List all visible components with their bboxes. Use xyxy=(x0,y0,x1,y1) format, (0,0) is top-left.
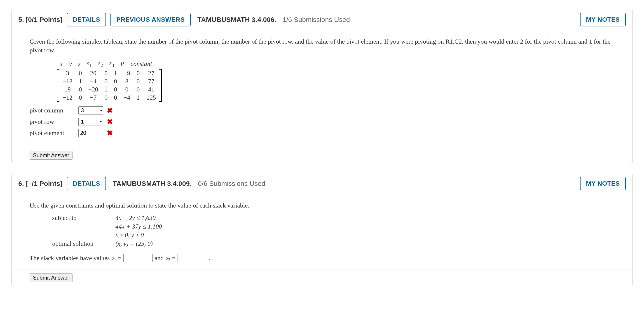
previous-answers-button[interactable]: PREVIOUS ANSWERS xyxy=(110,13,191,26)
question-5-header: 5. [0/1 Points] DETAILS PREVIOUS ANSWERS… xyxy=(12,9,632,30)
pivot-row-label: pivot row xyxy=(30,118,75,125)
constraints: subject to 4x + 2y ≤ 1,630 44x + 37y ≤ 1… xyxy=(52,214,614,247)
simplex-tableau: x y z s1 s2 s3 P constant 302001−9027 xyxy=(57,59,162,102)
slack-variables-line: The slack variables have values s1 = and… xyxy=(30,254,614,262)
s2-input[interactable] xyxy=(178,254,207,262)
submit-answer-button[interactable]: Submit Answer xyxy=(30,274,72,282)
incorrect-icon: ✖ xyxy=(107,129,113,137)
question-5-body: Given the following simplex tableau, sta… xyxy=(12,30,632,147)
pivot-element-input[interactable] xyxy=(78,129,103,137)
pivot-row-select[interactable]: 1 xyxy=(78,118,103,126)
optimal-solution: (x, y) = (25, 0) xyxy=(116,240,153,247)
question-6-footer: Submit Answer xyxy=(12,269,632,286)
question-6-header: 6. [–/1 Points] DETAILS TAMUBUSMATH 3.4.… xyxy=(12,173,632,194)
optimal-solution-label: optimal solution xyxy=(52,240,102,247)
submit-answer-button[interactable]: Submit Answer xyxy=(30,151,72,160)
pivot-element-label: pivot element xyxy=(30,130,75,137)
question-5-footer: Submit Answer xyxy=(12,147,632,164)
submissions-used: 0/6 Submissions Used xyxy=(198,180,265,188)
my-notes-button[interactable]: MY NOTES xyxy=(580,13,626,26)
s1-input[interactable] xyxy=(123,254,153,262)
constraint-3: x ≥ 0, y ≥ 0 xyxy=(116,232,144,239)
incorrect-icon: ✖ xyxy=(107,106,113,115)
pivot-column-label: pivot column xyxy=(30,107,75,114)
subject-to-label: subject to xyxy=(52,214,102,222)
incorrect-icon: ✖ xyxy=(107,118,113,126)
table-row: −181−4008077 xyxy=(60,77,159,85)
instructions: Given the following simplex tableau, sta… xyxy=(30,37,614,55)
table-row: −120−700−41125 xyxy=(60,94,159,102)
question-number: 6. [–/1 Points] xyxy=(18,180,62,188)
submissions-used: 1/6 Submissions Used xyxy=(282,16,350,24)
question-6: 6. [–/1 Points] DETAILS TAMUBUSMATH 3.4.… xyxy=(11,173,633,286)
constraint-2: 44x + 37y ≤ 1,100 xyxy=(116,223,162,230)
constraint-1: 4x + 2y ≤ 1,630 xyxy=(116,214,156,222)
problem-id: TAMUBUSMATH 3.4.009. xyxy=(113,180,192,188)
question-number: 5. [0/1 Points] xyxy=(18,16,62,24)
answer-grid: pivot column 3 ✖ pivot row 1 ✖ pivot ele… xyxy=(30,106,614,137)
question-5: 5. [0/1 Points] DETAILS PREVIOUS ANSWERS… xyxy=(11,9,633,164)
my-notes-button[interactable]: MY NOTES xyxy=(580,177,626,190)
details-button[interactable]: DETAILS xyxy=(67,13,106,26)
instructions: Use the given constraints and optimal so… xyxy=(30,201,614,210)
problem-id: TAMUBUSMATH 3.4.006. xyxy=(198,16,276,24)
question-6-body: Use the given constraints and optimal so… xyxy=(12,194,632,269)
table-row: 180−20100041 xyxy=(60,85,159,94)
table-row: 302001−9027 xyxy=(60,69,159,77)
pivot-column-select[interactable]: 3 xyxy=(78,106,103,114)
details-button[interactable]: DETAILS xyxy=(67,177,106,190)
